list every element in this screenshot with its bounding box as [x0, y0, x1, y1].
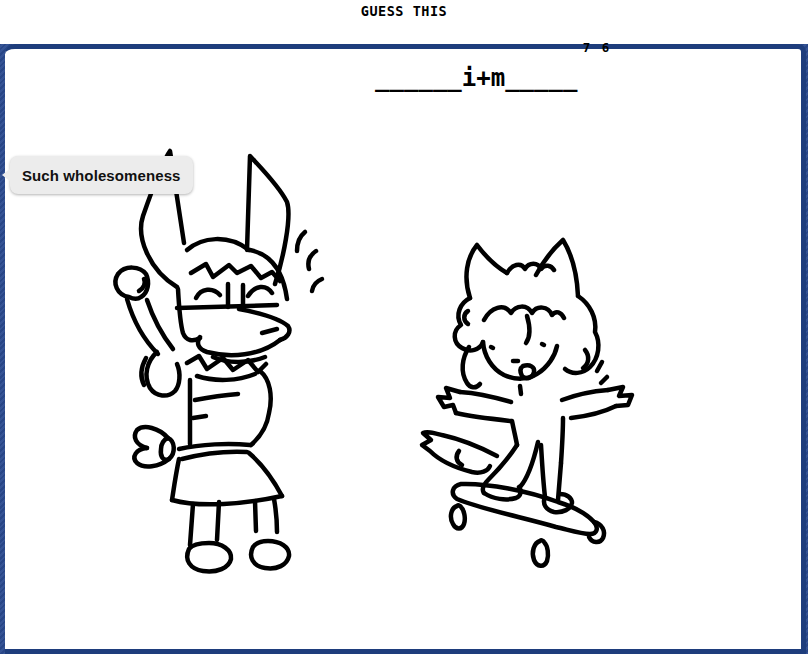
hint-word-lengths: 7 6	[583, 35, 612, 61]
hint-blanks: ______i+m_____	[375, 64, 577, 92]
chat-bubble-text: Such wholesomeness	[22, 167, 181, 184]
page-background: { "header": { "prompt": "GUESS THIS", "h…	[0, 0, 808, 654]
chat-bubble: Such wholesomeness	[10, 156, 193, 194]
guess-header: GUESS THIS ______i+m_____7 6	[0, 0, 808, 44]
hint-row: ______i+m_____7 6	[0, 13, 808, 143]
